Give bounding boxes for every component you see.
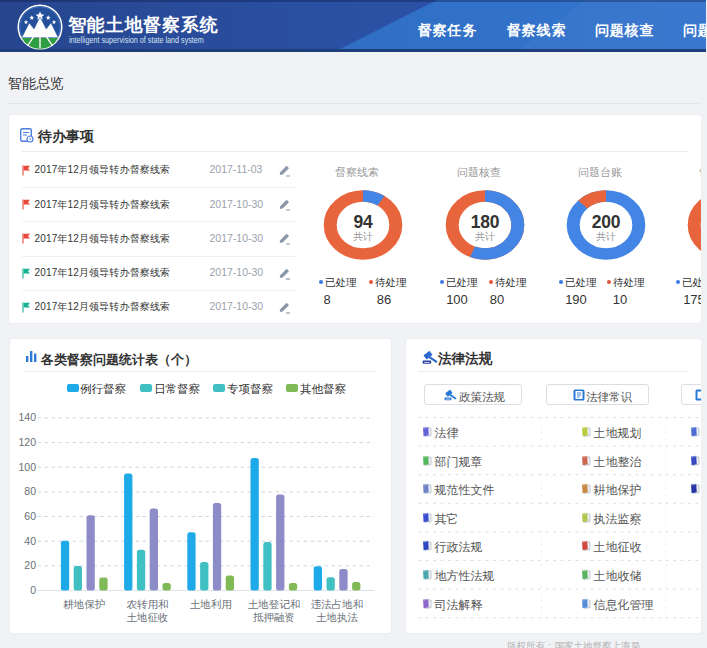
svg-text:土地执法: 土地执法 xyxy=(316,611,359,623)
svg-text:土地登记和: 土地登记和 xyxy=(248,598,301,610)
svg-text:120: 120 xyxy=(18,436,36,448)
svg-text:农转用和: 农转用和 xyxy=(126,598,168,610)
svg-text:140: 140 xyxy=(18,411,36,423)
svg-text:耕地保护: 耕地保护 xyxy=(63,598,105,610)
svg-text:40: 40 xyxy=(24,535,36,547)
svg-text:100: 100 xyxy=(18,461,36,473)
svg-text:土地利用: 土地利用 xyxy=(190,598,232,610)
svg-text:80: 80 xyxy=(24,485,36,497)
svg-text:0: 0 xyxy=(30,584,36,596)
svg-text:违法占地和: 违法占地和 xyxy=(311,598,364,610)
svg-text:20: 20 xyxy=(24,559,36,571)
svg-text:抵押融资: 抵押融资 xyxy=(253,611,295,623)
svg-text:土地征收: 土地征收 xyxy=(126,611,168,623)
svg-text:60: 60 xyxy=(24,510,36,522)
